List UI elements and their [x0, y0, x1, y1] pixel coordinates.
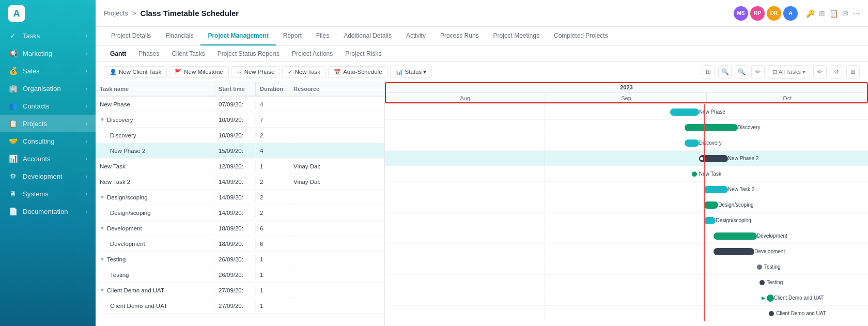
avatar-dr[interactable]: DR: [767, 6, 781, 21]
avatar-rp[interactable]: RP: [750, 6, 765, 21]
gantt-bar[interactable]: [685, 139, 699, 147]
table-row[interactable]: New Phase07/09/20:4: [96, 97, 384, 112]
tab-financials[interactable]: Financials: [158, 27, 200, 45]
table-row[interactable]: Testing26/09/20:1: [96, 267, 384, 283]
tab-project-details[interactable]: Project Details: [104, 27, 158, 45]
table-row[interactable]: ▼Design/scoping14/09/20:2: [96, 190, 384, 205]
columns-icon[interactable]: ⊞: [846, 65, 860, 79]
sidebar-item-development[interactable]: ⚙ Development ›: [0, 167, 96, 185]
chevron-right-icon: ›: [86, 33, 87, 39]
tab-files[interactable]: Files: [309, 27, 336, 45]
task-name-cell: Development: [96, 238, 214, 250]
table-row[interactable]: Client Demo and UAT27/09/20:1: [96, 298, 384, 314]
col-task-name: Task name: [96, 82, 214, 96]
sidebar-item-systems[interactable]: 🖥 Systems ›: [0, 185, 96, 203]
tab-process-runs[interactable]: Process Runs: [433, 27, 486, 45]
mail-icon[interactable]: ✉: [842, 9, 848, 18]
gantt-arrow: ▶: [762, 295, 766, 301]
gantt-bar[interactable]: [714, 232, 757, 240]
toolbar-btn-status-▾[interactable]: 📊Status ▾: [390, 66, 432, 78]
collapse-icon[interactable]: ▼: [100, 194, 105, 200]
gantt-bar[interactable]: [714, 248, 754, 255]
gantt-bar[interactable]: [704, 201, 718, 209]
gantt-bar[interactable]: [704, 186, 728, 193]
toolbar-btn-new-client-task[interactable]: 👤New Client Task: [104, 66, 167, 78]
tab-report[interactable]: Report: [276, 27, 309, 45]
gantt-month-sep: Sep: [546, 93, 707, 103]
toolbar-btn-new-task[interactable]: ✓New Task: [282, 66, 326, 78]
refresh-icon[interactable]: ↺: [830, 65, 843, 79]
collapse-icon[interactable]: ▼: [100, 256, 105, 262]
sidebar-item-organisation[interactable]: 🏢 Organisation ›: [0, 80, 96, 97]
sidebar-icon: ✓: [8, 32, 18, 40]
sidebar-item-documentation[interactable]: 📄 Documentation ›: [0, 203, 96, 220]
sidebar-item-contacts[interactable]: 👥 Contacts ›: [0, 97, 96, 115]
gantt-bar[interactable]: [685, 124, 738, 131]
grid-icon[interactable]: ⊞: [819, 9, 825, 18]
task-rows: New Phase07/09/20:4▼Discovery10/09/20:7D…: [96, 97, 384, 314]
table-row[interactable]: Design/scoping14/09/20:2: [96, 205, 384, 221]
toolbar-btn-new-phase[interactable]: ↔New Phase: [231, 66, 281, 77]
key-icon[interactable]: 🔑: [806, 9, 815, 18]
avatar-a[interactable]: A: [783, 6, 798, 21]
grid-view-icon[interactable]: ⊞: [702, 65, 715, 79]
toolbar: 👤New Client Task🚩New Milestone↔New Phase…: [96, 62, 868, 82]
sidebar-item-accounts[interactable]: 📊 Accounts ›: [0, 150, 96, 167]
sub-tab-project-risks[interactable]: Project Risks: [339, 46, 388, 61]
sub-tab-project-status-reports[interactable]: Project Status Reports: [211, 46, 286, 61]
table-row[interactable]: New Task 214/09/20:2Vinay Dal:: [96, 174, 384, 190]
table-row[interactable]: Discovery10/09/20:2: [96, 128, 384, 143]
gantt-bar[interactable]: [704, 217, 716, 224]
gantt-bar-label: New Task: [699, 171, 721, 177]
sidebar-nav: ✓ Tasks › 📢 Marketing › 💰 Sales › 🏢 Orga…: [0, 27, 96, 326]
sub-tab-project-actions[interactable]: Project Actions: [286, 46, 339, 61]
gantt-month-oct: Oct: [707, 93, 868, 103]
avatar-ms[interactable]: MS: [734, 6, 748, 21]
table-row[interactable]: ▼Client Demo and UAT27/09/20:1: [96, 283, 384, 298]
tab-project-management[interactable]: Project Management: [200, 27, 275, 45]
toolbar-btn-icon: ↔: [237, 69, 242, 75]
sidebar-item-projects[interactable]: 📋 Projects ›: [0, 115, 96, 132]
edit-icon[interactable]: ✏: [751, 65, 765, 79]
toolbar-btn-label: New Phase: [244, 69, 275, 75]
gantt-month-aug: Aug: [385, 93, 546, 103]
sidebar-item-sales[interactable]: 💰 Sales ›: [0, 62, 96, 80]
gantt-bar-label: Client Demo and UAT: [776, 311, 826, 316]
toolbar-btn-auto-schedule[interactable]: 📅Auto-Schedule: [328, 66, 388, 78]
sidebar-icon: 🤝: [8, 137, 18, 145]
copy-icon[interactable]: 📋: [829, 9, 838, 18]
gantt-bar[interactable]: [670, 108, 699, 116]
sub-tab-client-tasks[interactable]: Client Tasks: [165, 46, 211, 61]
task-duration-cell: 1: [256, 254, 289, 265]
sidebar-item-consulting[interactable]: 🤝 Consulting ›: [0, 132, 96, 150]
more-icon[interactable]: ⋯: [853, 9, 860, 18]
task-resource-cell: [289, 195, 384, 200]
table-row[interactable]: Development18/09/20:6: [96, 236, 384, 252]
table-row[interactable]: ▼Development18/09/20:6: [96, 221, 384, 236]
tab-completed-projects[interactable]: Completed Projects: [547, 27, 615, 45]
collapse-icon[interactable]: ▼: [100, 117, 105, 122]
sidebar-item-tasks[interactable]: ✓ Tasks ›: [0, 27, 96, 44]
toolbar-btn-new-milestone[interactable]: 🚩New Milestone: [169, 66, 228, 78]
collapse-icon[interactable]: ▼: [100, 225, 105, 231]
tab-project-meetings[interactable]: Project Meetings: [486, 27, 547, 45]
edit2-icon[interactable]: ✏: [813, 65, 827, 79]
breadcrumb-parent[interactable]: Projects: [104, 9, 128, 17]
zoom-in-icon[interactable]: 🔍: [718, 65, 732, 79]
tab-additional-details[interactable]: Additional Details: [336, 27, 399, 45]
table-row[interactable]: New Phase 215/09/20:4: [96, 143, 384, 159]
table-row[interactable]: New Task12/09/20:1Vinay Dal:: [96, 159, 384, 174]
chevron-right-icon: ›: [86, 156, 87, 162]
sub-tab-gantt[interactable]: Gantt: [104, 46, 132, 61]
task-duration-cell: 2: [256, 176, 289, 188]
zoom-out-icon[interactable]: 🔍: [735, 65, 748, 79]
tab-activity[interactable]: Activity: [399, 27, 433, 45]
sub-tab-phases[interactable]: Phases: [132, 46, 165, 61]
filter-icon[interactable]: ⊟ All Tasks ▾: [768, 65, 810, 79]
sidebar-label: Development: [23, 173, 63, 180]
table-row[interactable]: ▼Testing26/09/20:1: [96, 252, 384, 267]
table-row[interactable]: ▼Discovery10/09/20:7: [96, 112, 384, 128]
collapse-icon[interactable]: ▼: [100, 287, 105, 293]
sidebar-item-marketing[interactable]: 📢 Marketing ›: [0, 44, 96, 62]
gantt-bar[interactable]: [767, 294, 774, 302]
